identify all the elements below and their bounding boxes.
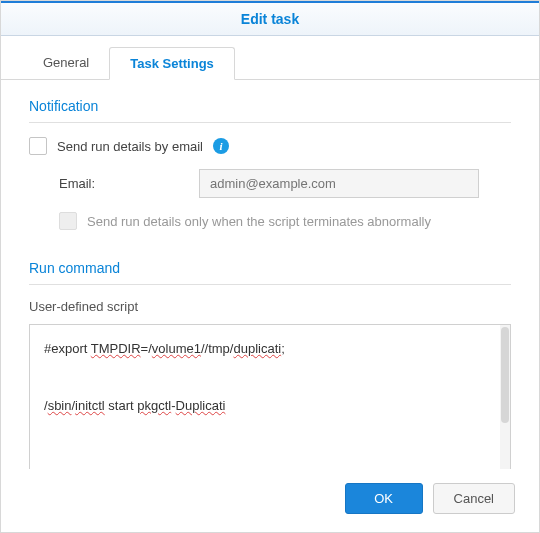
script-text: Duplicati [176, 398, 226, 413]
cancel-button[interactable]: Cancel [433, 483, 515, 514]
notification-section-title: Notification [29, 98, 511, 123]
send-details-label: Send run details by email [57, 139, 203, 154]
abnormal-checkbox[interactable] [59, 212, 77, 230]
tab-general[interactable]: General [23, 47, 109, 80]
user-script-textarea[interactable]: #export TMPDIR=/volume1//tmp/duplicati; … [29, 324, 511, 469]
script-text: #export [44, 341, 91, 356]
email-field[interactable] [199, 169, 479, 198]
script-text: =/ [141, 341, 152, 356]
tab-bar: General Task Settings [1, 36, 539, 80]
send-details-checkbox[interactable] [29, 137, 47, 155]
edit-task-dialog: Edit task General Task Settings Notifica… [0, 0, 540, 533]
tab-task-settings[interactable]: Task Settings [109, 47, 235, 80]
script-text: ; [281, 341, 285, 356]
scrollbar-thumb[interactable] [501, 327, 509, 423]
ok-button[interactable]: OK [345, 483, 423, 514]
user-script-label: User-defined script [29, 299, 511, 314]
checkbox-row-send-details: Send run details by email i [29, 137, 511, 155]
script-input-wrap: #export TMPDIR=/volume1//tmp/duplicati; … [29, 324, 511, 469]
email-label: Email: [59, 176, 189, 191]
script-text: pkgctl [137, 398, 171, 413]
abnormal-label: Send run details only when the script te… [87, 214, 431, 229]
email-field-row: Email: [59, 169, 511, 198]
script-text: initctl [75, 398, 105, 413]
script-text: duplicati [233, 341, 281, 356]
dialog-footer: OK Cancel [1, 469, 539, 532]
info-icon[interactable]: i [213, 138, 229, 154]
script-text: //tmp/ [201, 341, 234, 356]
dialog-body: Notification Send run details by email i… [1, 80, 539, 469]
dialog-title: Edit task [1, 1, 539, 36]
script-text: volume1 [152, 341, 201, 356]
script-text: sbin [48, 398, 72, 413]
script-text: TMPDIR [91, 341, 141, 356]
script-text: start [105, 398, 138, 413]
scrollbar[interactable] [500, 325, 510, 469]
checkbox-row-abnormal: Send run details only when the script te… [59, 212, 511, 230]
run-command-section-title: Run command [29, 260, 511, 285]
